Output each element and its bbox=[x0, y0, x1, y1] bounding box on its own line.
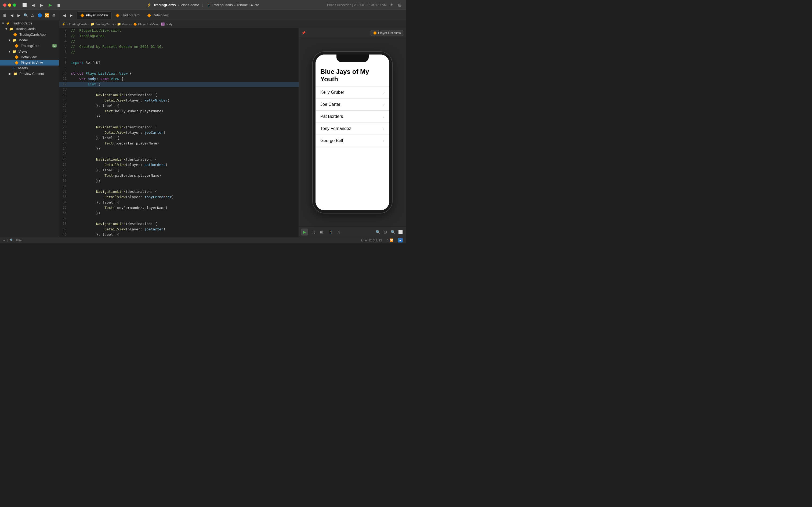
iphone-list-item[interactable]: Kelly Gruber› bbox=[315, 87, 389, 99]
sidebar-toggle-button[interactable]: ⬜ bbox=[21, 2, 27, 8]
breadcrumb-bar: ⚡ › TradingCards › 📁 TradingCards › 📁 Vi… bbox=[59, 20, 406, 28]
sidebar-item-playerlistview[interactable]: 🔶 PlayerListView bbox=[0, 60, 59, 65]
line-number: 22 bbox=[59, 135, 70, 141]
sidebar-layout-btn[interactable]: ⊞ bbox=[2, 12, 7, 18]
sidebar-item-preview-content[interactable]: ▶ 📁 Preview Content bbox=[0, 71, 59, 76]
line-number: 5 bbox=[59, 44, 70, 49]
maximize-button[interactable] bbox=[13, 3, 16, 7]
sidebar-item-model[interactable]: ▾ 📁 Model bbox=[0, 37, 59, 43]
tab-playerlistview[interactable]: 🔶 PlayerListView bbox=[77, 11, 111, 19]
breadcrumb-tradingcards2[interactable]: TradingCards bbox=[95, 22, 114, 26]
iphone-list-item[interactable]: Pat Borders› bbox=[315, 111, 389, 123]
pin-button[interactable]: 📌 bbox=[301, 31, 305, 35]
breadcrumb-tradingcards[interactable]: TradingCards bbox=[69, 22, 87, 26]
line-content: // bbox=[70, 49, 299, 55]
breadcrumb-folder-icon: 📁 bbox=[91, 22, 94, 26]
run-button[interactable]: ▶ bbox=[47, 2, 53, 8]
zoom-out-btn[interactable]: 🔍 bbox=[374, 229, 381, 235]
line-content: DetailView(player: tonyFernandez) bbox=[70, 194, 299, 200]
iphone-list-item[interactable]: Tony Fernandez› bbox=[315, 123, 389, 135]
line-content: }, label: { bbox=[70, 232, 299, 237]
add-button[interactable]: + bbox=[389, 2, 395, 8]
code-line: 29 Text(patBorders.playerName) bbox=[59, 173, 299, 178]
code-line: 2// PlayerListView.swift bbox=[59, 28, 299, 33]
breadcrumb-body[interactable]: body bbox=[166, 22, 172, 26]
device-name: iPhone 14 Pro bbox=[237, 3, 259, 7]
line-number: 24 bbox=[59, 146, 70, 152]
code-line: 8import SwiftUI bbox=[59, 60, 299, 65]
line-number: 16 bbox=[59, 103, 70, 109]
code-line: 35 Text(tonyFernandez.playerName) bbox=[59, 205, 299, 211]
line-number: 40 bbox=[59, 232, 70, 237]
layout-button[interactable]: ⊞ bbox=[397, 2, 403, 8]
tab-nav-back[interactable]: ◀ bbox=[61, 12, 67, 18]
add-file-btn[interactable]: + bbox=[3, 239, 5, 242]
zoom-in-btn[interactable]: 🔍 bbox=[389, 229, 396, 235]
line-number: 12 bbox=[59, 81, 70, 87]
status-bar: + | 🔍 Filter Line: 12 Col: 13 ⚠ 🔀 ■ bbox=[0, 237, 406, 243]
sidebar-item-tradingcards-root[interactable]: ▾ ⚡ TradingCards bbox=[0, 20, 59, 26]
breadcrumb-views-icon: 📁 bbox=[117, 22, 121, 26]
close-button[interactable] bbox=[3, 3, 6, 7]
breadcrumb-views[interactable]: Views bbox=[122, 22, 130, 26]
code-line: 33 DetailView(player: tonyFernandez) bbox=[59, 194, 299, 200]
zoom-fill-btn[interactable]: ⬜ bbox=[397, 229, 404, 235]
tab-detailview[interactable]: 🔶 DetailView bbox=[143, 11, 172, 19]
code-line: 15 DetailView(player: kellyGruber) bbox=[59, 98, 299, 103]
sidebar-search-btn[interactable]: 🔍 bbox=[23, 12, 28, 18]
forward-button[interactable]: ▶ bbox=[39, 2, 45, 8]
code-line: 38 NavigationLink(destination: { bbox=[59, 221, 299, 227]
sidebar-item-views[interactable]: ▾ 📁 Views bbox=[0, 49, 59, 54]
preview-info-btn[interactable]: ℹ bbox=[335, 229, 342, 235]
navigator-button[interactable]: ◀ bbox=[30, 2, 36, 8]
sidebar-issue-btn[interactable]: ⚠ bbox=[31, 12, 36, 18]
code-area[interactable]: 2// PlayerListView.swift3// TradingCards… bbox=[59, 28, 299, 237]
chevron-right-icon: › bbox=[383, 102, 385, 107]
preview-inspector-btn[interactable]: ⬚ bbox=[309, 229, 316, 235]
line-col: Line: 12 Col: 13 bbox=[361, 239, 382, 242]
code-line: 39 DetailView(player: joeCarter) bbox=[59, 227, 299, 232]
tab-nav-forward[interactable]: ▶ bbox=[68, 12, 74, 18]
sidebar-scm-btn[interactable]: 🔀 bbox=[44, 12, 50, 18]
preview-grid-btn[interactable]: ⊞ bbox=[318, 229, 325, 235]
breadcrumb-code-icon: 🅱 bbox=[161, 22, 165, 26]
sidebar-breakpoint-btn[interactable]: 🔵 bbox=[37, 12, 43, 18]
sidebar-item-tradingcards-folder[interactable]: ▾ 📁 TradingCards bbox=[0, 26, 59, 32]
line-content bbox=[70, 55, 299, 60]
breadcrumb-playerlistview[interactable]: PlayerListView bbox=[138, 22, 158, 26]
modified-badge: M bbox=[52, 44, 57, 48]
sidebar-item-detailview[interactable]: 🔶 DetailView bbox=[0, 54, 59, 60]
zoom-fit-btn[interactable]: ⊡ bbox=[382, 229, 389, 235]
traffic-lights bbox=[3, 3, 16, 7]
tab-tradingcard[interactable]: 🔶 TradingCard bbox=[112, 11, 143, 19]
iphone-list-item[interactable]: George Bell› bbox=[315, 135, 389, 147]
line-number: 38 bbox=[59, 221, 70, 227]
sidebar-item-tradingcard[interactable]: 🔶 TradingCard M bbox=[0, 43, 59, 49]
preview-device-btn[interactable]: 📱 bbox=[327, 229, 334, 235]
sidebar-item-assets[interactable]: 🗂 Assets bbox=[0, 65, 59, 71]
folder-icon: 📁 bbox=[13, 72, 17, 76]
line-number: 25 bbox=[59, 152, 70, 157]
line-number: 26 bbox=[59, 157, 70, 162]
line-content: Text(kellyGruber.playerName) bbox=[70, 109, 299, 114]
sidebar-nav-forward[interactable]: ▶ bbox=[16, 12, 21, 18]
preview-play-btn[interactable]: ▶ bbox=[301, 229, 308, 235]
sidebar-label: Views bbox=[18, 50, 27, 53]
line-number: 15 bbox=[59, 98, 70, 103]
code-line: 32 NavigationLink(destination: { bbox=[59, 189, 299, 194]
line-number: 32 bbox=[59, 189, 70, 194]
code-line: 13 bbox=[59, 87, 299, 92]
minimize-button[interactable] bbox=[8, 3, 11, 7]
sidebar-item-tradingcardsapp[interactable]: 🔶 TradingCardsApp bbox=[0, 32, 59, 37]
sidebar-nav-back[interactable]: ◀ bbox=[9, 12, 14, 18]
line-number: 33 bbox=[59, 194, 70, 200]
player-name: Tony Fernandez bbox=[321, 126, 351, 131]
iphone-list-item[interactable]: Joe Carter› bbox=[315, 99, 389, 111]
code-line: 5// Created by Russell Gordon on 2023-01… bbox=[59, 44, 299, 49]
tab-icon: 🔶 bbox=[80, 13, 84, 17]
player-list-view-button[interactable]: 🔶 Player List View bbox=[370, 30, 403, 36]
stop-button[interactable]: ◼ bbox=[56, 2, 62, 8]
chevron-right-icon: › bbox=[383, 90, 385, 95]
line-number: 9 bbox=[59, 65, 70, 71]
sidebar-settings-btn[interactable]: ⚙ bbox=[51, 12, 57, 18]
